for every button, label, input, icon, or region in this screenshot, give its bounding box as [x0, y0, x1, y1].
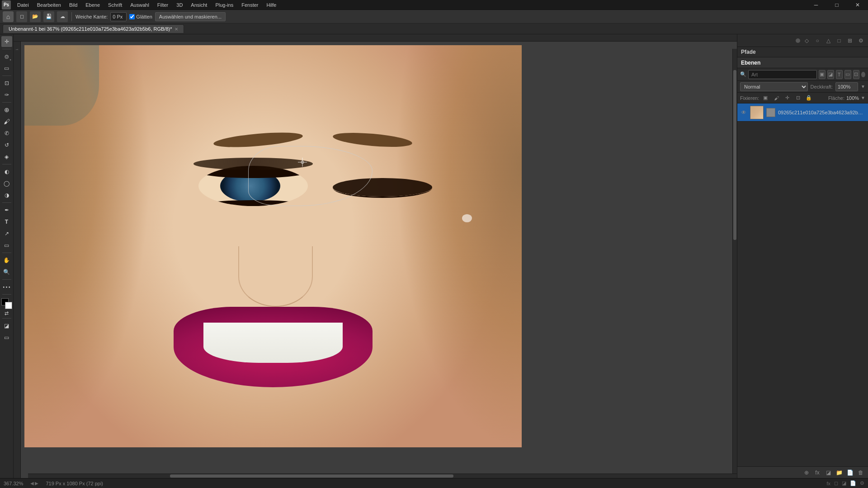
filter-text-btn[interactable]: T	[836, 70, 843, 79]
fixieren-label: Fixieren:	[740, 95, 759, 101]
v-scrollbar-thumb[interactable]	[733, 70, 736, 240]
status-icon-2[interactable]: ◻	[834, 480, 838, 486]
path-selection-button[interactable]: ↗	[1, 228, 12, 239]
layer-visibility-icon[interactable]: 👁	[740, 109, 747, 116]
fix-artboard-btn[interactable]: ⊡	[793, 94, 802, 103]
gradient-tool-button[interactable]: ◐	[1, 166, 12, 177]
smooth-checkbox-group: Glätten	[129, 14, 152, 19]
pen-tool-button[interactable]: ✒	[1, 205, 12, 216]
layer-item[interactable]: 👁 09265c211e010a725e3ba4623a92b5b6	[737, 103, 868, 122]
flaeche-arrow-icon[interactable]: ▼	[861, 95, 865, 100]
status-icon-3[interactable]: ◪	[842, 480, 846, 486]
select-mask-button[interactable]: Auswählen und maskieren...	[155, 12, 226, 21]
opacity-arrow-icon[interactable]: ▼	[861, 84, 865, 89]
panel-triangle-icon[interactable]: △	[824, 36, 833, 45]
new-doc-button[interactable]: ◻	[16, 11, 27, 22]
panel-settings-icon[interactable]: ⚙	[856, 36, 865, 45]
menu-ebene[interactable]: Ebene	[82, 1, 104, 9]
prev-arrow[interactable]: ◀	[30, 481, 34, 486]
tool-sep-7	[2, 279, 11, 280]
delete-layer-btn[interactable]: 🗑	[856, 468, 865, 477]
panel-circle2-icon[interactable]: ○	[813, 36, 822, 45]
color-swatch[interactable]	[1, 298, 12, 309]
background-color[interactable]	[5, 302, 12, 309]
new-fill-layer-btn[interactable]: ⊕	[802, 468, 811, 477]
hand-tool-button[interactable]: ✋	[1, 255, 12, 266]
shape-tool-button[interactable]: ▭	[1, 240, 12, 251]
filter-shape-btn[interactable]: ▭	[844, 70, 851, 79]
new-group-btn[interactable]: 📁	[835, 468, 844, 477]
eraser-tool-button[interactable]: ◈	[1, 151, 12, 162]
menu-bild[interactable]: Bild	[66, 1, 81, 9]
next-arrow[interactable]: ▶	[35, 481, 38, 486]
menu-hilfe[interactable]: Hilfe	[263, 1, 280, 9]
selection-tool-button[interactable]: ▭	[1, 63, 12, 74]
close-tab-icon[interactable]: ✕	[175, 27, 178, 32]
swap-colors-icon[interactable]: ⇄	[1, 310, 12, 316]
horizontal-scrollbar[interactable]	[28, 474, 737, 478]
add-mask-btn[interactable]: ◪	[824, 468, 833, 477]
save-button[interactable]: 💾	[43, 11, 54, 22]
smooth-checkbox[interactable]	[129, 14, 135, 19]
status-icon-4[interactable]: 📄	[850, 480, 856, 486]
filter-smart-btn[interactable]: ⊡	[853, 70, 860, 79]
soft-edge-input[interactable]	[110, 12, 127, 21]
opacity-value[interactable]: 100%	[835, 82, 858, 91]
menu-fenster[interactable]: Fenster	[238, 1, 262, 9]
menu-ansicht[interactable]: Ansicht	[187, 1, 211, 9]
home-button[interactable]: ⌂	[3, 11, 14, 22]
zoom-tool-button[interactable]: 🔍	[1, 267, 12, 277]
pfade-section: Pfade	[737, 47, 868, 57]
menu-filter[interactable]: Filter	[154, 1, 172, 9]
layer-search-input[interactable]	[748, 70, 817, 79]
text-tool-button[interactable]: T	[1, 216, 12, 227]
eyedropper-tool-button[interactable]: ✑	[1, 89, 12, 100]
menu-auswahl[interactable]: Auswahl	[127, 1, 153, 9]
fx-btn[interactable]: fx	[813, 468, 822, 477]
fix-transparent-btn[interactable]: ▣	[761, 94, 770, 103]
photo-canvas[interactable]	[24, 45, 522, 447]
status-icon-5[interactable]: ⚙	[860, 480, 864, 486]
flaeche-value[interactable]: 100%	[846, 95, 859, 101]
screen-mode-button[interactable]: ▭	[1, 332, 12, 343]
history-brush-button[interactable]: ↺	[1, 140, 12, 150]
filter-toggle-circle[interactable]	[861, 72, 865, 77]
clone-stamp-tool-button[interactable]: ✆	[1, 128, 12, 139]
blend-mode-select[interactable]: Normal Multiplizieren Aufhellen Abdunkel…	[740, 82, 808, 91]
photo-face	[24, 45, 522, 447]
maximize-button[interactable]: □	[826, 0, 847, 10]
document-tab[interactable]: Unbenannt-1 bei 367% (09265c211e010a725e…	[3, 24, 184, 33]
canvas-wrapper[interactable]	[21, 42, 737, 478]
dodge-tool-button[interactable]: ◑	[1, 190, 12, 201]
lasso-tool-button[interactable]: ⌾ ▸	[1, 51, 12, 62]
panel-square-icon[interactable]: □	[835, 36, 844, 45]
new-layer-btn[interactable]: 📄	[845, 468, 854, 477]
fix-position-btn[interactable]: ✛	[783, 94, 792, 103]
status-icon-1[interactable]: fx	[826, 481, 830, 486]
h-scrollbar-thumb[interactable]	[170, 474, 453, 478]
smooth-label: Glätten	[136, 14, 152, 19]
fix-brush-btn[interactable]: 🖌	[772, 94, 781, 103]
menu-plugins[interactable]: Plug-ins	[212, 1, 237, 9]
fix-lock-btn[interactable]: 🔒	[804, 94, 813, 103]
save-cloud-button[interactable]: ☁	[57, 11, 68, 22]
panel-grid-icon[interactable]: ⊞	[845, 36, 854, 45]
minimize-button[interactable]: ─	[806, 0, 826, 10]
menu-3d[interactable]: 3D	[173, 1, 186, 9]
open-button[interactable]: 📂	[30, 11, 41, 22]
extra-tools-button[interactable]: • • •	[1, 282, 12, 292]
menu-bearbeiten[interactable]: Bearbeiten	[33, 1, 65, 9]
filter-pixel-btn[interactable]: ▣	[819, 70, 826, 79]
blur-tool-button[interactable]: ◯	[1, 178, 12, 189]
spot-healing-tool-button[interactable]: ⊕	[1, 104, 12, 115]
menu-datei[interactable]: Datei	[14, 1, 33, 9]
close-button[interactable]: ✕	[847, 0, 868, 10]
vertical-scrollbar[interactable]	[732, 49, 737, 474]
filter-adjust-btn[interactable]: ◪	[827, 70, 834, 79]
brush-tool-button[interactable]: 🖌	[1, 116, 12, 127]
crop-tool-button[interactable]: ⊡	[1, 78, 12, 89]
quick-mask-button[interactable]: ◪	[1, 320, 12, 331]
panel-diamond-icon[interactable]: ◇	[802, 36, 811, 45]
menu-schrift[interactable]: Schrift	[104, 1, 126, 9]
move-tool-button[interactable]: ✛	[1, 36, 12, 47]
